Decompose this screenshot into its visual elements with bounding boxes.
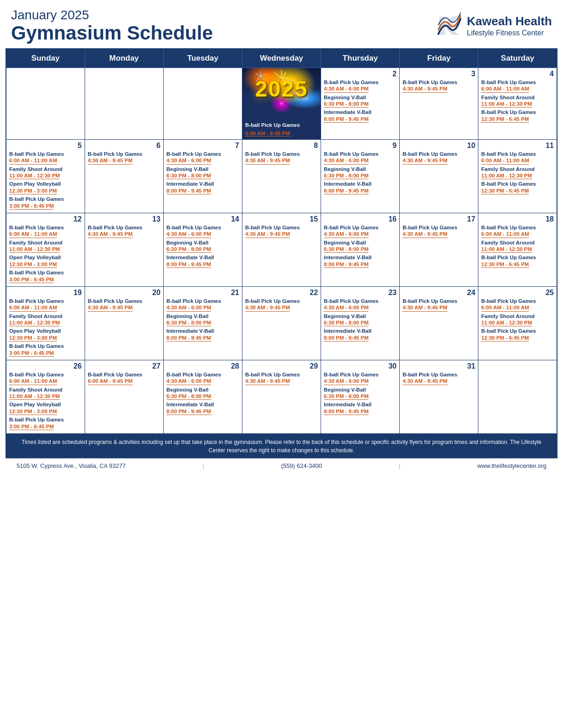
event-name: B-ball Pick Up Games bbox=[9, 196, 64, 202]
calendar-week-1: 2025 B-ball Pick Up Games 6:00 AM - 6:45… bbox=[6, 68, 557, 139]
calendar-event: B-ball Pick Up Games4:30 AM - 9:45 PM bbox=[88, 151, 161, 165]
event-time: 11:00 AM - 12:30 PM bbox=[481, 101, 532, 108]
year-2025: 2025 bbox=[255, 77, 308, 101]
day-number: 11 bbox=[481, 142, 554, 150]
calendar-event: B-ball Pick Up Games3:00 PM - 6:45 PM bbox=[9, 269, 82, 284]
event-time: 4:30 AM - 9:45 PM bbox=[402, 304, 447, 311]
calendar-event: B-ball Pick Up Games4:30 AM - 9:45 PM bbox=[402, 224, 475, 239]
day-number: 31 bbox=[402, 362, 475, 370]
day-headers-row: SundayMondayTuesdayWednesdayThursdayFrid… bbox=[6, 49, 557, 68]
day-number: 13 bbox=[88, 215, 161, 223]
calendar-day: 18B-ball Pick Up Games6:00 AM - 11:00 AM… bbox=[478, 213, 557, 286]
calendar-day: 22B-ball Pick Up Games4:30 AM - 9:45 PM bbox=[242, 286, 321, 360]
event-name: Intermediate V-Ball bbox=[324, 328, 372, 334]
day-number: 23 bbox=[324, 289, 396, 297]
event-name: B-ball Pick Up Games bbox=[324, 298, 379, 304]
event-name: Family Shoot Around bbox=[9, 166, 63, 172]
calendar-event: Beginning V-Ball6:30 PM - 8:00 PM bbox=[324, 239, 396, 254]
calendar-event: B-ball Pick Up Games4:30 AM - 6:00 PM bbox=[324, 151, 396, 165]
event-name: B-ball Pick Up Games bbox=[324, 372, 379, 377]
event-name: B-ball Pick Up Games bbox=[245, 298, 300, 304]
day-number: 14 bbox=[167, 215, 239, 223]
event-name: B-ball Pick Up Games bbox=[245, 151, 300, 157]
footer-divider2: | bbox=[399, 462, 400, 469]
event-name: B-ball Pick Up Games bbox=[481, 151, 536, 157]
month-year: January 2025 bbox=[11, 8, 213, 23]
day-number: 25 bbox=[481, 289, 554, 297]
event-time: 4:30 AM - 9:45 PM bbox=[402, 378, 447, 385]
event-time: 3:00 PM - 6:45 PM bbox=[9, 276, 54, 283]
event-time: 6:00 AM - 11:00 AM bbox=[9, 304, 57, 311]
event-name: B-ball Pick Up Games bbox=[402, 372, 457, 377]
event-name: B-ball Pick Up Games bbox=[402, 80, 457, 85]
event-time: 6:30 PM - 8:00 PM bbox=[167, 172, 211, 179]
calendar-event: Beginning V-Ball6:30 PM - 8:00 PM bbox=[324, 94, 396, 109]
event-name: B-ball Pick Up Games bbox=[9, 151, 64, 157]
event-name: B-ball Pick Up Games bbox=[481, 181, 536, 187]
event-name: B-ball Pick Up Games bbox=[9, 270, 64, 275]
calendar-event: B-ball Pick Up Games4:30 AM - 6:00 PM bbox=[167, 224, 239, 239]
event-name: B-ball Pick Up Games bbox=[9, 417, 64, 422]
event-name: Family Shoot Around bbox=[481, 313, 534, 319]
event-name: B-ball Pick Up Games bbox=[481, 328, 536, 334]
event-name: Intermediate V-Ball bbox=[324, 255, 372, 260]
event-name: B-ball Pick Up Games bbox=[167, 225, 221, 230]
day-number: 24 bbox=[402, 289, 475, 297]
logo-sub: Lifestyle Fitness Center bbox=[467, 28, 552, 37]
event-time: 6:30 PM - 8:00 PM bbox=[167, 393, 211, 400]
event-name: Intermediate V-Ball bbox=[167, 402, 214, 407]
event-name: Intermediate V-Ball bbox=[167, 255, 214, 260]
calendar-event: B-ball Pick Up Games6:00 AM - 11:00 AM bbox=[9, 298, 82, 313]
event-time: 4:30 AM - 6:00 PM bbox=[324, 157, 368, 164]
calendar-event: B-ball Pick Up Games4:30 AM - 6:00 PM bbox=[324, 79, 396, 94]
footer-note-text: Times listed are scheduled programs & ac… bbox=[22, 439, 541, 454]
calendar-event: B-ball Pick Up Games3:00 PM - 6:45 PM bbox=[9, 343, 82, 358]
calendar-event: B-ball Pick Up Games4:30 AM - 9:45 PM bbox=[245, 151, 318, 165]
event-time: 12:30 PM - 6:45 PM bbox=[481, 335, 529, 341]
event-time: 8:00 PM - 9:45 PM bbox=[324, 261, 368, 268]
event-time: 3:00 PM - 6:45 PM bbox=[9, 350, 54, 357]
calendar-day: 10B-ball Pick Up Games4:30 AM - 9:45 PM bbox=[400, 139, 478, 213]
event-time: 4:30 AM - 9:45 PM bbox=[88, 231, 132, 238]
calendar-event: Beginning V-Ball6:30 PM - 8:00 PM bbox=[324, 387, 396, 401]
event-name: Beginning V-Ball bbox=[324, 387, 366, 392]
event-time: 6:30 PM - 8:00 PM bbox=[324, 319, 368, 326]
calendar-event: Family Shoot Around11:00 AM - 12:30 PM bbox=[9, 313, 82, 328]
footer-address: 5105 W. Cypress Ave., Visalia, CA 93277 bbox=[17, 462, 126, 469]
event-name: Family Shoot Around bbox=[9, 387, 63, 392]
calendar-body: 2025 B-ball Pick Up Games 6:00 AM - 6:45… bbox=[6, 68, 557, 434]
day-number: 29 bbox=[245, 362, 318, 370]
calendar-day: 20B-ball Pick Up Games4:30 AM - 9:45 PM bbox=[85, 286, 163, 360]
event-name: B-ball Pick Up Games bbox=[481, 109, 536, 115]
calendar-event: Beginning V-Ball6:30 PM - 8:00 PM bbox=[167, 239, 239, 254]
calendar-event: B-ball Pick Up Games4:30 AM - 9:45 PM bbox=[245, 224, 318, 239]
calendar-day: 24B-ball Pick Up Games4:30 AM - 9:45 PM bbox=[400, 286, 478, 360]
event-time: 4:30 AM - 6:00 PM bbox=[167, 378, 211, 385]
event-time: 8:00 PM - 9:45 PM bbox=[324, 188, 368, 194]
calendar-day bbox=[163, 68, 242, 139]
calendar-day: 4B-ball Pick Up Games6:00 AM - 11:00 AMF… bbox=[478, 68, 557, 139]
event-name: B-ball Pick Up Games bbox=[481, 225, 536, 230]
event-name: B-ball Pick Up Games bbox=[481, 80, 536, 85]
event-time: 4:30 AM - 9:45 PM bbox=[402, 231, 447, 238]
calendar-day: 15B-ball Pick Up Games4:30 AM - 9:45 PM bbox=[242, 213, 321, 286]
calendar-event: B-ball Pick Up Games6:00 AM - 11:00 AM bbox=[481, 298, 554, 313]
calendar-event: B-ball Pick Up Games6:00 AM - 11:00 AM bbox=[9, 224, 82, 239]
calendar-event: B-ball Pick Up Games12:30 PM - 6:45 PM bbox=[481, 328, 554, 342]
event-name: Open Play Volleyball bbox=[9, 402, 61, 407]
calendar-day: 23B-ball Pick Up Games4:30 AM - 6:00 PMB… bbox=[321, 286, 400, 360]
event-time: 6:00 AM - 11:00 AM bbox=[481, 85, 529, 92]
day-number: 3 bbox=[402, 70, 475, 78]
event-time: 6:30 PM - 8:00 PM bbox=[324, 172, 368, 179]
event-time: 6:30 PM - 8:00 PM bbox=[324, 101, 368, 108]
event-time: 6:00 AM - 11:00 AM bbox=[481, 157, 529, 164]
newyear-event-name: B-ball Pick Up Games bbox=[245, 122, 300, 128]
calendar-event: Family Shoot Around11:00 AM - 12:30 PM bbox=[481, 166, 554, 181]
event-time: 4:30 AM - 9:45 PM bbox=[402, 85, 447, 92]
calendar-event: Family Shoot Around11:00 AM - 12:30 PM bbox=[9, 387, 82, 401]
calendar-event: Intermediate V-Ball8:00 PM - 9:45 PM bbox=[167, 254, 239, 269]
event-time: 8:00 PM - 9:45 PM bbox=[167, 335, 211, 341]
event-time: 11:00 AM - 12:30 PM bbox=[481, 172, 532, 179]
newyear-event-time: 6:00 AM - 6:45 PM bbox=[245, 131, 290, 136]
calendar-week-3: 12B-ball Pick Up Games6:00 AM - 11:00 AM… bbox=[6, 213, 557, 286]
